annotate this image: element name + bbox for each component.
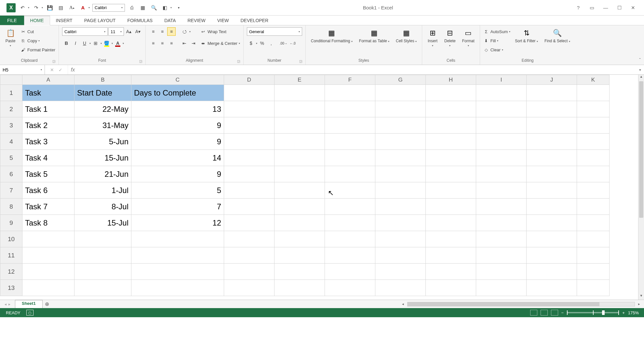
cell-I3[interactable] [476, 117, 527, 134]
align-bottom-button[interactable]: ≡ [167, 27, 176, 36]
cell-B4[interactable]: 5-Jun [74, 134, 131, 150]
zoom-out-button[interactable]: − [561, 310, 564, 315]
cell-H10[interactable] [426, 231, 476, 247]
cell-B5[interactable]: 15-Jun [74, 150, 131, 166]
cell-G12[interactable] [375, 264, 426, 280]
cell-D3[interactable] [224, 117, 275, 134]
format-painter-button[interactable]: 🖌Format Painter [20, 46, 55, 54]
cell-D9[interactable] [224, 215, 275, 231]
cell-K13[interactable] [577, 280, 610, 296]
tab-review[interactable]: REVIEW [181, 16, 211, 25]
cell-I4[interactable] [476, 134, 527, 150]
cell-G1[interactable] [375, 85, 426, 101]
cell-G6[interactable] [375, 166, 426, 182]
cell-A2[interactable]: Task 1 [22, 101, 74, 117]
cell-E1[interactable] [275, 85, 325, 101]
view-normal-button[interactable] [530, 310, 537, 316]
col-header-D[interactable]: D [224, 75, 275, 85]
redo-button[interactable]: ↷ [32, 3, 40, 12]
cell-I13[interactable] [476, 280, 527, 296]
cell-D7[interactable] [224, 182, 275, 199]
col-header-K[interactable]: K [577, 75, 610, 85]
shrink-font-button[interactable]: A▾ [134, 27, 142, 36]
cell-F9[interactable] [325, 215, 375, 231]
cell-F7[interactable] [325, 182, 375, 199]
cell-K2[interactable] [577, 101, 610, 117]
cell-K8[interactable] [577, 199, 610, 215]
cell-H7[interactable] [426, 182, 476, 199]
cell-C2[interactable]: 13 [131, 101, 224, 117]
tab-page-layout[interactable]: PAGE LAYOUT [78, 16, 122, 25]
cell-B13[interactable] [74, 280, 131, 296]
copy-button[interactable]: ⎘Copy ▾ [20, 36, 55, 45]
row-header-4[interactable]: 4 [0, 134, 22, 150]
cell-J5[interactable] [527, 150, 577, 166]
cell-H8[interactable] [426, 199, 476, 215]
number-format-combo[interactable]: General▾ [247, 27, 302, 36]
cell-G11[interactable] [375, 247, 426, 264]
cell-E8[interactable] [275, 199, 325, 215]
cell-H11[interactable] [426, 247, 476, 264]
cell-B2[interactable]: 22-May [74, 101, 131, 117]
cell-H2[interactable] [426, 101, 476, 117]
cell-F11[interactable] [325, 247, 375, 264]
cell-C4[interactable]: 9 [131, 134, 224, 150]
row-header-11[interactable]: 11 [0, 247, 22, 264]
cell-I11[interactable] [476, 247, 527, 264]
enter-formula-icon[interactable]: ✓ [57, 67, 64, 72]
cell-G5[interactable] [375, 150, 426, 166]
col-header-A[interactable]: A [22, 75, 74, 85]
cell-E11[interactable] [275, 247, 325, 264]
cell-I1[interactable] [476, 85, 527, 101]
font-name-combo[interactable]: Calibri▾ [62, 27, 108, 36]
cell-C10[interactable] [131, 231, 224, 247]
paste-button[interactable]: 📋 Paste▾ [3, 27, 18, 48]
cell-K3[interactable] [577, 117, 610, 134]
cell-A10[interactable] [22, 231, 74, 247]
cell-styles-button[interactable]: ▦Cell Styles ▾ [394, 27, 419, 44]
insert-cells-button[interactable]: ⊞Insert▾ [425, 27, 440, 48]
underline-button[interactable]: U [80, 39, 89, 47]
cell-F12[interactable] [325, 264, 375, 280]
cell-B7[interactable]: 1-Jul [74, 182, 131, 199]
cell-I5[interactable] [476, 150, 527, 166]
row-header-5[interactable]: 5 [0, 150, 22, 166]
cell-D6[interactable] [224, 166, 275, 182]
row-header-10[interactable]: 10 [0, 231, 22, 247]
cell-D11[interactable] [224, 247, 275, 264]
cell-D12[interactable] [224, 264, 275, 280]
cell-K4[interactable] [577, 134, 610, 150]
tab-home[interactable]: HOME [24, 16, 50, 25]
accounting-button[interactable]: $ [247, 39, 255, 47]
cell-E9[interactable] [275, 215, 325, 231]
font-color-icon[interactable]: A [79, 3, 87, 12]
cell-A12[interactable] [22, 264, 74, 280]
decrease-decimal-button[interactable]: ←.0 [288, 39, 297, 47]
cell-F1[interactable] [325, 85, 375, 101]
cell-A8[interactable]: Task 7 [22, 199, 74, 215]
qat-icon-2[interactable]: ▦ [139, 3, 147, 12]
tab-view[interactable]: VIEW [211, 16, 235, 25]
font-color-button[interactable]: A [114, 39, 122, 47]
name-box[interactable]: H5▾ [0, 65, 45, 74]
cell-K12[interactable] [577, 264, 610, 280]
cell-C5[interactable]: 14 [131, 150, 224, 166]
grow-font-button[interactable]: A▴ [125, 27, 133, 36]
cell-G10[interactable] [375, 231, 426, 247]
qat-print-preview-icon[interactable]: ▤ [57, 3, 65, 12]
cell-A5[interactable]: Task 4 [22, 150, 74, 166]
bold-button[interactable]: B [62, 39, 71, 47]
cell-H1[interactable] [426, 85, 476, 101]
cell-B10[interactable] [74, 231, 131, 247]
cell-A4[interactable]: Task 3 [22, 134, 74, 150]
file-tab[interactable]: FILE [0, 16, 24, 25]
cell-I12[interactable] [476, 264, 527, 280]
close-button[interactable]: ✕ [628, 3, 638, 12]
cell-F2[interactable] [325, 101, 375, 117]
font-size-combo[interactable]: 11▾ [108, 27, 124, 36]
zoom-in-button[interactable]: + [622, 310, 625, 315]
row-header-7[interactable]: 7 [0, 182, 22, 199]
cell-D10[interactable] [224, 231, 275, 247]
cell-C8[interactable]: 7 [131, 199, 224, 215]
zoom-slider[interactable] [567, 312, 619, 313]
